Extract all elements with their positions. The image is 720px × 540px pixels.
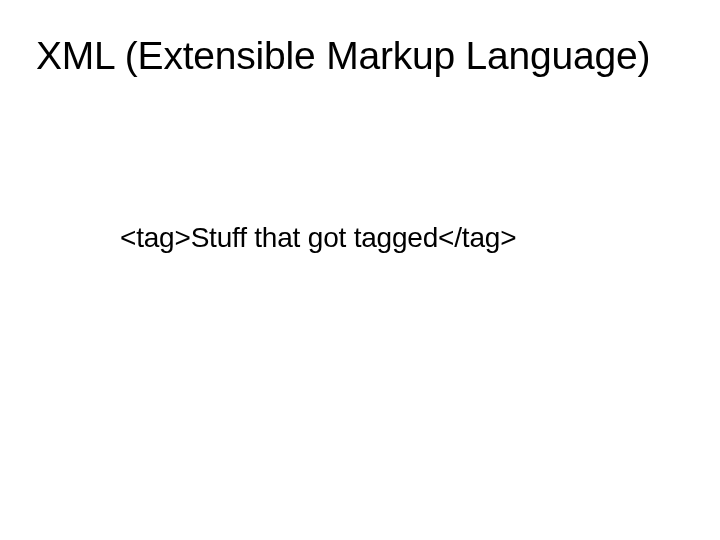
slide-body-text: <tag>Stuff that got tagged</tag> bbox=[120, 222, 690, 254]
slide-title: XML (Extensible Markup Language) bbox=[36, 34, 690, 78]
slide-container: XML (Extensible Markup Language) <tag>St… bbox=[0, 0, 720, 540]
